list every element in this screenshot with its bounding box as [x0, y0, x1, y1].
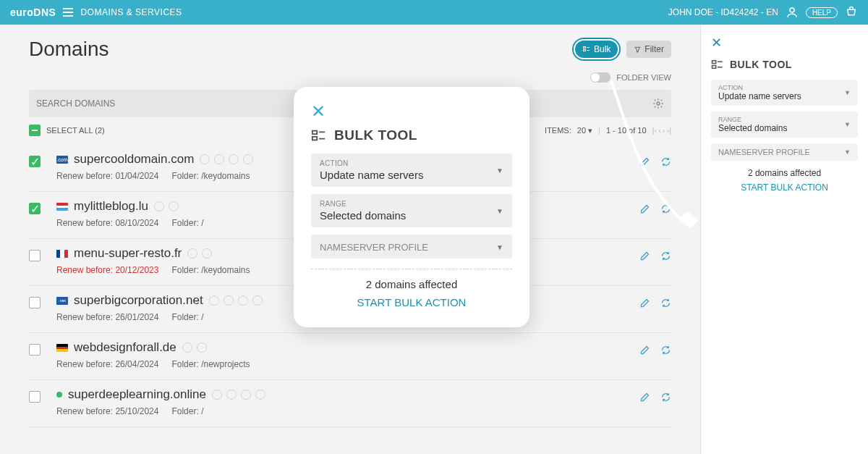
flag-icon: [56, 250, 68, 258]
status-icon: [212, 390, 222, 400]
chevron-down-icon: ▼: [496, 167, 503, 175]
refresh-icon[interactable]: [660, 156, 671, 167]
refresh-icon[interactable]: [660, 345, 671, 356]
side-action-label: ACTION: [718, 84, 851, 91]
svg-rect-1: [583, 47, 585, 49]
topbar-right: JOHN DOE - ID424242 - EN HELP: [668, 6, 858, 19]
page-prev-icon[interactable]: ‹: [658, 126, 661, 135]
svg-rect-7: [712, 66, 716, 69]
side-range-field[interactable]: RANGE Selected domains ▼: [711, 112, 858, 138]
row-checkbox[interactable]: [29, 297, 41, 308]
folder-path: Folder: /newprojects: [171, 359, 250, 369]
range-field[interactable]: RANGE Selected domains ▼: [311, 194, 512, 227]
domain-name[interactable]: superbigcorporation.net: [74, 293, 203, 308]
refresh-icon[interactable]: [660, 251, 671, 261]
chevron-down-icon: ▼: [844, 148, 851, 156]
chevron-down-icon: ▼: [496, 207, 503, 215]
folder-view-label: FOLDER VIEW: [616, 73, 671, 82]
range-value: Selected domains: [320, 209, 503, 222]
select-all-label: SELECT ALL (2): [46, 126, 105, 135]
domain-name[interactable]: superdeeplearning.online: [68, 387, 206, 402]
edit-icon[interactable]: [639, 298, 650, 308]
domain-status-icons: [187, 248, 212, 258]
folder-view-toggle[interactable]: [590, 72, 610, 83]
logo[interactable]: euroDNS: [10, 7, 56, 18]
bulk-tool-modal: ✕ BULK TOOL ACTION Update name servers ▼…: [294, 87, 529, 327]
folder-path: Folder: /keydomains: [171, 265, 250, 275]
items-label: ITEMS:: [545, 126, 571, 135]
select-all-checkbox[interactable]: [29, 125, 41, 136]
domain-status-icons: [212, 390, 265, 400]
svg-rect-2: [583, 50, 585, 51]
side-action-field[interactable]: ACTION Update name servers ▼: [711, 80, 858, 106]
row-checkbox[interactable]: ✓: [29, 203, 41, 214]
edit-icon[interactable]: [639, 392, 650, 403]
cart-icon[interactable]: [845, 6, 858, 19]
renew-date: Renew before: 25/10/2024: [56, 406, 158, 416]
svg-rect-4: [312, 131, 317, 135]
pager-arrows: |‹ ‹ › ›|: [652, 126, 671, 135]
user-info[interactable]: JOHN DOE - ID424242 - EN: [668, 7, 778, 17]
status-icon: [243, 154, 253, 164]
content: Domains Bulk Filter FOLDER VIEW SELECT A…: [0, 25, 700, 454]
domain-status-icons: [209, 295, 263, 306]
profile-field[interactable]: NAMESERVER PROFILE ▼: [311, 235, 512, 258]
side-range-value: Selected domains: [718, 123, 851, 133]
side-start-bulk-action-button[interactable]: START BULK ACTION: [711, 182, 858, 193]
bulk-button[interactable]: Bulk: [574, 39, 619, 59]
chevron-down-icon: ▼: [496, 243, 503, 251]
svg-point-0: [790, 8, 794, 12]
status-icon: [226, 390, 237, 400]
row-checkbox[interactable]: [29, 344, 41, 356]
edit-icon[interactable]: [639, 156, 650, 167]
menu-icon[interactable]: [63, 8, 73, 17]
action-field[interactable]: ACTION Update name servers ▼: [311, 154, 512, 187]
flag-icon: [56, 203, 68, 211]
gear-icon[interactable]: [652, 98, 664, 109]
help-button[interactable]: HELP: [806, 7, 838, 18]
refresh-icon[interactable]: [660, 298, 671, 308]
row-body: superdeeplearning.onlineRenew before: 25…: [56, 387, 639, 416]
refresh-icon[interactable]: [660, 392, 671, 403]
status-icon: [214, 154, 224, 164]
svg-rect-5: [312, 137, 317, 140]
refresh-icon[interactable]: [660, 203, 671, 214]
bulk-tool-icon: [711, 58, 724, 71]
close-icon[interactable]: ✕: [711, 35, 722, 50]
renew-date: Renew before: 08/10/2024: [56, 218, 158, 228]
domain-name[interactable]: mylittleblog.lu: [74, 199, 148, 214]
row-checkbox[interactable]: [29, 391, 41, 403]
page-last-icon[interactable]: ›|: [666, 126, 671, 135]
edit-icon[interactable]: [639, 203, 650, 214]
domain-name[interactable]: menu-super-resto.fr: [74, 246, 182, 261]
select-all[interactable]: SELECT ALL (2): [29, 125, 105, 136]
row-checkbox[interactable]: ✓: [29, 156, 41, 167]
flag-icon: [56, 392, 62, 398]
action-label: ACTION: [320, 159, 503, 167]
edit-icon[interactable]: [639, 251, 650, 261]
start-bulk-action-button[interactable]: START BULK ACTION: [311, 296, 512, 308]
side-profile-label: NAMESERVER PROFILE: [718, 148, 851, 156]
renew-date: Renew before: 26/01/2024: [56, 312, 158, 322]
domain-name[interactable]: webdesignforall.de: [74, 340, 176, 355]
user-icon[interactable]: [786, 6, 799, 19]
filter-button[interactable]: Filter: [626, 41, 671, 58]
renew-date: Renew before: 01/04/2024: [56, 171, 158, 181]
domain-name[interactable]: supercooldomain.com: [74, 152, 194, 167]
bulk-button-label: Bulk: [594, 44, 610, 54]
folder-path: Folder: /: [171, 218, 203, 228]
bulk-icon: [582, 45, 591, 54]
table-row: superdeeplearning.onlineRenew before: 25…: [29, 380, 671, 427]
page-next-icon[interactable]: ›: [663, 126, 665, 135]
divider: [311, 269, 512, 269]
row-actions: [639, 298, 671, 308]
side-domains-affected: 2 domains affected: [711, 168, 858, 178]
side-profile-field[interactable]: NAMESERVER PROFILE ▼: [711, 143, 858, 161]
edit-icon[interactable]: [639, 345, 650, 356]
row-checkbox[interactable]: [29, 250, 41, 261]
page-first-icon[interactable]: |‹: [652, 126, 658, 135]
side-range-label: RANGE: [718, 116, 851, 123]
close-icon[interactable]: ✕: [311, 101, 326, 122]
breadcrumb[interactable]: DOMAINS & SERVICES: [80, 7, 182, 17]
items-per-page[interactable]: 20 ▾: [577, 126, 592, 135]
